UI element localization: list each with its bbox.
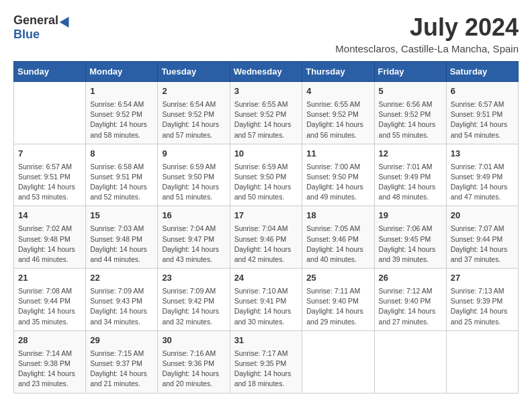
calendar-cell: 6Sunrise: 6:57 AM Sunset: 9:51 PM Daylig… [446,82,518,144]
day-info: Sunrise: 7:16 AM Sunset: 9:36 PM Dayligh… [162,349,225,390]
calendar-cell: 16Sunrise: 7:04 AM Sunset: 9:47 PM Dayli… [158,206,230,269]
day-info: Sunrise: 7:01 AM Sunset: 9:49 PM Dayligh… [379,162,442,203]
calendar-cell: 3Sunrise: 6:55 AM Sunset: 9:52 PM Daylig… [230,82,302,144]
day-number: 13 [451,148,514,161]
calendar-cell: 20Sunrise: 7:07 AM Sunset: 9:44 PM Dayli… [446,206,518,269]
day-info: Sunrise: 7:09 AM Sunset: 9:43 PM Dayligh… [90,286,153,327]
title-section: July 2024 Montesclaros, Castille-La Manc… [335,13,519,54]
day-info: Sunrise: 7:17 AM Sunset: 9:35 PM Dayligh… [234,349,298,390]
day-number: 24 [234,272,298,285]
day-number: 11 [306,148,369,161]
calendar-cell: 13Sunrise: 7:01 AM Sunset: 9:49 PM Dayli… [446,144,518,206]
day-info: Sunrise: 6:54 AM Sunset: 9:52 PM Dayligh… [90,99,153,140]
calendar-cell: 27Sunrise: 7:13 AM Sunset: 9:39 PM Dayli… [446,269,518,331]
day-number: 19 [379,210,442,222]
day-info: Sunrise: 7:15 AM Sunset: 9:37 PM Dayligh… [90,349,153,390]
logo-blue: Blue [13,28,40,42]
page-header: General Blue July 2024 Montesclaros, Cas… [13,13,519,54]
calendar-cell [302,330,374,393]
header-cell-sunday: Sunday [14,62,86,82]
day-number: 14 [18,210,81,222]
calendar-row: 1Sunrise: 6:54 AM Sunset: 9:52 PM Daylig… [14,82,519,144]
day-info: Sunrise: 6:57 AM Sunset: 9:51 PM Dayligh… [18,162,81,203]
calendar-cell [374,330,446,393]
header-cell-wednesday: Wednesday [230,62,302,82]
day-info: Sunrise: 6:55 AM Sunset: 9:52 PM Dayligh… [234,99,298,140]
day-info: Sunrise: 6:58 AM Sunset: 9:51 PM Dayligh… [90,162,153,203]
day-number: 8 [90,148,153,161]
day-info: Sunrise: 7:03 AM Sunset: 9:48 PM Dayligh… [90,224,153,265]
calendar-cell: 11Sunrise: 7:00 AM Sunset: 9:50 PM Dayli… [302,144,374,206]
day-number: 18 [306,210,369,222]
day-info: Sunrise: 7:01 AM Sunset: 9:49 PM Dayligh… [451,162,514,203]
calendar-row: 7Sunrise: 6:57 AM Sunset: 9:51 PM Daylig… [14,144,519,206]
day-info: Sunrise: 7:02 AM Sunset: 9:48 PM Dayligh… [18,224,81,265]
calendar-cell: 14Sunrise: 7:02 AM Sunset: 9:48 PM Dayli… [14,206,86,269]
day-info: Sunrise: 7:12 AM Sunset: 9:40 PM Dayligh… [379,286,442,327]
day-number: 17 [234,210,298,222]
day-number: 25 [306,272,369,285]
header-row: SundayMondayTuesdayWednesdayThursdayFrid… [14,62,519,82]
calendar-cell: 5Sunrise: 6:56 AM Sunset: 9:52 PM Daylig… [374,82,446,144]
day-number: 28 [18,334,81,347]
day-number: 1 [90,85,153,98]
calendar-cell: 12Sunrise: 7:01 AM Sunset: 9:49 PM Dayli… [374,144,446,206]
day-info: Sunrise: 6:55 AM Sunset: 9:52 PM Dayligh… [306,99,369,140]
calendar-cell: 23Sunrise: 7:09 AM Sunset: 9:42 PM Dayli… [158,269,230,331]
day-number: 12 [379,148,442,161]
calendar-cell: 29Sunrise: 7:15 AM Sunset: 9:37 PM Dayli… [86,330,158,393]
calendar-header: SundayMondayTuesdayWednesdayThursdayFrid… [14,62,519,82]
calendar-cell: 28Sunrise: 7:14 AM Sunset: 9:38 PM Dayli… [14,330,86,393]
day-info: Sunrise: 6:59 AM Sunset: 9:50 PM Dayligh… [162,162,225,203]
calendar-cell [14,82,86,144]
logo-triangle-icon [60,13,74,27]
header-cell-thursday: Thursday [302,62,374,82]
day-number: 23 [162,272,225,285]
calendar-cell: 7Sunrise: 6:57 AM Sunset: 9:51 PM Daylig… [14,144,86,206]
day-info: Sunrise: 7:05 AM Sunset: 9:46 PM Dayligh… [306,224,369,265]
day-info: Sunrise: 7:04 AM Sunset: 9:47 PM Dayligh… [162,224,225,265]
day-number: 2 [162,85,225,98]
calendar-row: 21Sunrise: 7:08 AM Sunset: 9:44 PM Dayli… [14,269,519,331]
day-number: 29 [90,334,153,347]
calendar-cell: 17Sunrise: 7:04 AM Sunset: 9:46 PM Dayli… [230,206,302,269]
calendar-table: SundayMondayTuesdayWednesdayThursdayFrid… [13,61,519,394]
calendar-cell: 21Sunrise: 7:08 AM Sunset: 9:44 PM Dayli… [14,269,86,331]
day-number: 5 [379,85,442,98]
header-cell-friday: Friday [374,62,446,82]
calendar-cell: 15Sunrise: 7:03 AM Sunset: 9:48 PM Dayli… [86,206,158,269]
day-number: 21 [18,272,81,285]
day-number: 27 [451,272,514,285]
day-number: 9 [162,148,225,161]
day-number: 7 [18,148,81,161]
location-subtitle: Montesclaros, Castille-La Mancha, Spain [335,43,519,54]
calendar-cell [446,330,518,393]
day-info: Sunrise: 6:57 AM Sunset: 9:51 PM Dayligh… [451,99,514,140]
logo-general: General [13,13,58,28]
day-number: 16 [162,210,225,222]
calendar-cell: 30Sunrise: 7:16 AM Sunset: 9:36 PM Dayli… [158,330,230,393]
day-info: Sunrise: 7:13 AM Sunset: 9:39 PM Dayligh… [451,286,514,327]
day-number: 26 [379,272,442,285]
day-info: Sunrise: 7:08 AM Sunset: 9:44 PM Dayligh… [18,286,81,327]
month-year-title: July 2024 [335,13,519,42]
day-info: Sunrise: 7:09 AM Sunset: 9:42 PM Dayligh… [162,286,225,327]
day-info: Sunrise: 7:06 AM Sunset: 9:45 PM Dayligh… [379,224,442,265]
header-cell-tuesday: Tuesday [158,62,230,82]
day-number: 20 [451,210,514,222]
calendar-cell: 24Sunrise: 7:10 AM Sunset: 9:41 PM Dayli… [230,269,302,331]
calendar-cell: 18Sunrise: 7:05 AM Sunset: 9:46 PM Dayli… [302,206,374,269]
calendar-cell: 10Sunrise: 6:59 AM Sunset: 9:50 PM Dayli… [230,144,302,206]
logo: General Blue [13,13,72,42]
calendar-cell: 1Sunrise: 6:54 AM Sunset: 9:52 PM Daylig… [86,82,158,144]
day-info: Sunrise: 6:54 AM Sunset: 9:52 PM Dayligh… [162,99,225,140]
header-cell-saturday: Saturday [446,62,518,82]
calendar-row: 28Sunrise: 7:14 AM Sunset: 9:38 PM Dayli… [14,330,519,393]
calendar-cell: 25Sunrise: 7:11 AM Sunset: 9:40 PM Dayli… [302,269,374,331]
day-info: Sunrise: 7:04 AM Sunset: 9:46 PM Dayligh… [234,224,298,265]
day-number: 31 [234,334,298,347]
calendar-cell: 8Sunrise: 6:58 AM Sunset: 9:51 PM Daylig… [86,144,158,206]
calendar-cell: 22Sunrise: 7:09 AM Sunset: 9:43 PM Dayli… [86,269,158,331]
calendar-cell: 19Sunrise: 7:06 AM Sunset: 9:45 PM Dayli… [374,206,446,269]
day-info: Sunrise: 7:00 AM Sunset: 9:50 PM Dayligh… [306,162,369,203]
